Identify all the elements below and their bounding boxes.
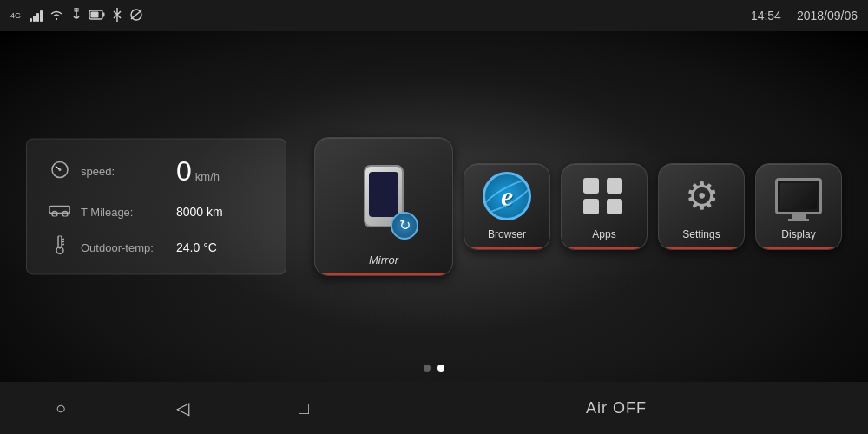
browser-label: Browser [488,228,526,249]
settings-button[interactable]: ⚙ Settings [658,163,745,250]
temp-icon [48,236,72,259]
svg-rect-11 [58,236,62,248]
svg-point-7 [59,168,62,171]
display-button[interactable]: Display [755,163,842,250]
bottom-bar: ○ ◁ □ Air OFF [0,382,868,434]
signal-bars-icon [30,10,43,22]
svg-point-10 [62,212,68,217]
date-display: 2018/09/06 [797,9,858,23]
mirror-icon-area: ↻ [353,138,414,253]
air-status: Air OFF [365,399,868,418]
bluetooth-icon [112,8,122,24]
display-monitor-icon [775,178,822,214]
svg-rect-2 [91,11,99,17]
svg-rect-3 [103,12,105,16]
browser-icon-area: e [483,164,531,228]
mileage-label: T Mileage: [81,205,176,218]
temp-row: Outdoor-temp: 24.0 °C [48,236,265,259]
status-bar: 4G 14:54 2018/09/06 [0,0,868,31]
apps-area: ↻ Mirror e Browser [314,137,842,276]
temp-label: Outdoor-temp: [81,240,176,253]
dot-1 [424,365,431,372]
home-icon: ○ [56,398,66,418]
settings-label: Settings [682,228,720,249]
display-label: Display [781,228,815,249]
temp-value: 24.0 °C [176,240,217,254]
status-right: 14:54 2018/09/06 [751,9,858,23]
mirror-icon: ↻ [353,157,414,235]
dot-2 [437,365,444,372]
wifi-icon [49,10,63,23]
apps-grid-icon [583,178,625,214]
speed-value: 0 [176,155,192,187]
mirror-label: Mirror [369,253,398,275]
speed-label: speed: [81,165,176,178]
usb-icon [70,8,82,24]
speed-unit: km/h [195,170,220,183]
apps-button[interactable]: Apps [561,163,648,250]
main-area: speed: 0 km/h T Mileage: 8000 km Outdoor… [0,31,868,382]
recents-icon: □ [299,398,309,418]
settings-gear-icon: ⚙ [685,177,719,215]
back-icon: ◁ [176,398,189,418]
back-button[interactable]: ◁ [122,382,243,434]
speed-row: speed: 0 km/h [48,155,265,187]
speed-icon [48,160,72,182]
vehicle-info-panel: speed: 0 km/h T Mileage: 8000 km Outdoor… [26,139,286,275]
apps-label: Apps [592,228,615,249]
recents-button[interactable]: □ [243,382,365,434]
svg-point-9 [52,212,57,217]
apps-icon-area [583,164,625,228]
home-button[interactable]: ○ [0,382,122,434]
status-icons: 4G [10,8,143,24]
mileage-value: 8000 km [176,205,223,219]
mileage-icon [48,203,72,220]
battery-icon [89,10,105,23]
settings-icon-area: ⚙ [685,164,719,228]
browser-icon: e [483,172,531,220]
page-dots [424,365,444,372]
no-signal-icon [129,9,143,23]
time-display: 14:54 [751,9,781,23]
signal-4g-label: 4G [10,10,21,22]
mileage-row: T Mileage: 8000 km [48,203,265,220]
display-icon-area [775,164,822,228]
mirror-button[interactable]: ↻ Mirror [314,137,453,276]
mirror-refresh-icon: ↻ [391,212,418,240]
browser-button[interactable]: e Browser [464,163,550,250]
